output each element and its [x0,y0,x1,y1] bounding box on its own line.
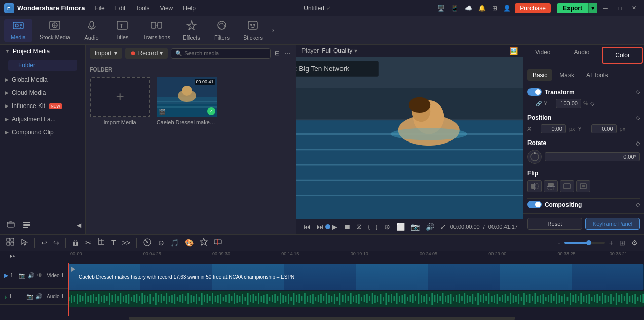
sub-tab-ai-tools[interactable]: AI Tools [581,69,613,81]
sidebar-item-project-media[interactable]: ▼ Project Media [0,45,85,58]
stop-button[interactable]: ⏹ [342,222,353,232]
collapse-panel-button[interactable]: ◀ [77,222,81,229]
flip-button-3[interactable] [560,180,574,192]
toolbar-item-media[interactable]: Media [4,19,32,42]
import-media-item[interactable]: + Import Media [90,77,150,125]
tab-color[interactable]: Color [602,47,643,64]
toolbar-item-effects[interactable]: Effects [177,18,206,43]
position-y-value[interactable]: 0.00 [591,124,617,133]
sidebar-item-adjustment-layer[interactable]: ▶ Adjustment La... [0,113,85,126]
rotate-value[interactable]: 0.00° [545,152,640,161]
minimize-button[interactable]: ─ [599,3,612,13]
rotate-dial[interactable] [527,150,542,164]
flip-vertical-button[interactable] [544,180,558,192]
timeline-scrollbar[interactable] [0,316,644,320]
timeline-crop-button[interactable] [95,237,107,248]
tab-audio[interactable]: Audio [562,45,601,66]
add-folder-button[interactable] [4,219,17,231]
audio-1-speaker-icon[interactable]: 🔊 [35,293,43,300]
toolbar-item-stock-media[interactable]: Stock Media [34,19,75,42]
zoom-in-button[interactable]: + [607,238,615,248]
sidebar-item-cloud-media[interactable]: ▶ Cloud Media [0,86,85,99]
timeline-stabilize-button[interactable]: ⊖ [156,238,166,248]
maximize-button[interactable]: □ [614,3,626,13]
play-button[interactable]: ▶ [330,222,339,232]
zoom-handle[interactable] [586,240,591,245]
record-button[interactable]: ⏺ Record ▾ [125,48,168,59]
compositing-toggle[interactable] [527,201,542,208]
video-media-item[interactable]: 00:00:41 ✓ 🎬 Caeleb Dressel makes ... [157,77,217,125]
timeline-delete-button[interactable]: 🗑 [70,238,81,248]
keyframe-panel-button[interactable]: Keyframe Panel [585,218,640,230]
loop-button[interactable]: ⧖ [355,221,364,232]
search-input[interactable] [184,50,266,56]
sub-tab-mask[interactable]: Mask [554,69,579,81]
rotate-reset-icon[interactable]: ◇ [636,140,640,147]
crop-button[interactable]: ⬜ [394,222,407,232]
timeline-select-button[interactable] [18,237,30,248]
timeline-undo-button[interactable]: ↩ [39,238,49,248]
import-button[interactable]: Import ▾ [90,48,122,59]
toolbar-item-filters[interactable]: Filters [208,18,236,43]
timeline-text-button[interactable]: T [109,238,118,248]
transform-toggle[interactable] [527,88,542,96]
transform-y-value[interactable]: 100.00 [556,99,581,108]
sidebar-item-compound-clip[interactable]: ▶ Compound Clip [0,126,85,139]
video-1-eye-icon[interactable]: 👁 [37,272,43,279]
grid-icon[interactable]: ⊞ [490,5,499,12]
menu-edit[interactable]: Edit [111,4,130,13]
camera-button[interactable]: 📷 [409,222,422,232]
position-reset-icon[interactable]: ◇ [636,115,640,121]
timeline-split-button[interactable] [212,237,224,248]
layout-options-button[interactable]: ⊞ [617,238,627,248]
flip-button-4[interactable] [576,180,590,192]
flip-horizontal-button[interactable] [527,180,542,192]
more-options-button[interactable]: ⋯ [284,49,292,58]
scrollbar-thumb[interactable] [129,317,515,320]
zoom-slider[interactable] [564,242,605,244]
device-icon[interactable]: 📱 [449,5,461,12]
video-clip[interactable]: Caeleb Dressel makes history with record… [68,264,644,290]
skip-back-button[interactable]: ⏮ [301,222,313,232]
toolbar-item-transitions[interactable]: Transitions [138,19,175,42]
close-button[interactable]: ✕ [628,3,640,13]
snapshot-button[interactable]: 🖼️ [509,47,518,55]
toolbar-more-button[interactable]: › [270,25,276,36]
filter-button[interactable]: ⊟ [274,49,281,58]
add-to-timeline-button[interactable]: ⊕ [382,222,392,232]
monitor-icon[interactable]: 🖥️ [435,5,447,12]
tab-video[interactable]: Video [523,45,562,66]
menu-help[interactable]: Help [179,4,200,13]
timeline-ruler[interactable]: 00:00 00:04:25 00:09:30 00:14:15 00:19:1… [68,251,644,263]
audio-1-camera-icon[interactable]: 📷 [26,293,33,300]
timeline-group-button[interactable] [4,237,16,248]
compositing-reset-icon[interactable]: ◇ [636,201,640,208]
sidebar-item-global-media[interactable]: ▶ Global Media [0,73,85,86]
add-video-track-button[interactable]: + [3,254,7,261]
export-button[interactable]: Export [557,3,588,13]
position-x-value[interactable]: 0.00 [541,124,566,133]
toolbar-item-titles[interactable]: T Titles [108,19,136,42]
zoom-out-button[interactable]: - [556,238,562,248]
timeline-ai-button[interactable] [198,237,210,248]
timeline-settings-button[interactable]: ⚙ [629,238,640,248]
video-thumbnail[interactable]: 00:00:41 ✓ 🎬 [157,77,217,117]
menu-view[interactable]: View [156,4,177,13]
timeline-audio-button[interactable]: 🎵 [168,238,181,248]
step-back-button[interactable]: ⏭ [315,222,326,232]
list-view-button[interactable] [20,219,33,231]
import-placeholder-thumb[interactable]: + [90,77,150,117]
volume-button[interactable]: 🔊 [424,222,436,232]
timeline-more-button[interactable]: >> [120,238,132,248]
menu-tools[interactable]: Tools [131,4,154,13]
transform-reset-icon[interactable]: ◇ [636,89,640,95]
add-audio-track-button[interactable] [9,253,16,261]
purchase-button[interactable]: Purchase [515,3,551,13]
playhead[interactable] [68,263,69,316]
reset-button[interactable]: Reset [527,218,582,230]
y-reset-icon[interactable]: ◇ [590,100,594,107]
timeline-color-button[interactable]: 🎨 [183,238,196,248]
toolbar-item-stickers[interactable]: Stickers [238,18,268,43]
sub-tab-basic[interactable]: Basic [527,69,552,81]
quality-selector[interactable]: Full Quality ▾ [322,47,357,54]
